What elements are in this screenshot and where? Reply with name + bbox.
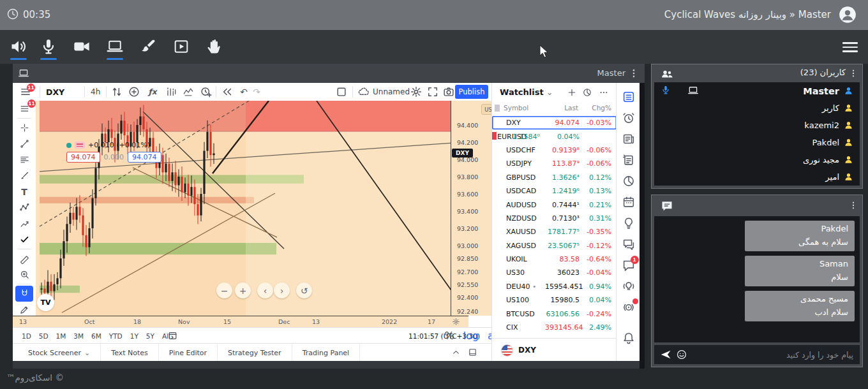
watchlist-row-USDCAD[interactable]: USDCAD1.2419⁶0.13% [492, 184, 617, 198]
tool-text[interactable]: T [15, 184, 33, 200]
tab-stock-screener[interactable]: Stock Screener ⌄ [18, 344, 101, 362]
range-3M[interactable]: 3M [70, 332, 87, 340]
user-row[interactable]: امیر [654, 168, 860, 186]
tool-brush[interactable] [15, 168, 33, 184]
tool-xabcd[interactable] [15, 200, 33, 216]
panel-bulb-icon[interactable] [622, 216, 636, 230]
interval-button[interactable]: 4h [91, 83, 100, 101]
tool-forecast[interactable] [15, 216, 33, 231]
panel-watchlist-icon[interactable] [622, 90, 636, 104]
chart-nav-scroll-left[interactable]: ‹ [257, 283, 273, 298]
user-row[interactable]: Master [654, 82, 860, 99]
chat-input[interactable] [687, 350, 860, 360]
col-symbol[interactable]: Symbol [504, 104, 528, 112]
media-player-icon[interactable] [172, 38, 190, 55]
tab-trading-panel[interactable]: Trading Panel [292, 344, 361, 362]
watchlist-title[interactable]: Watchlist⌄ [500, 87, 553, 97]
col-chg[interactable]: Chg% [592, 104, 611, 112]
plus-circle-icon[interactable] [128, 85, 140, 98]
raise-hand-icon[interactable] [205, 38, 223, 55]
panel-notes-icon[interactable] [622, 153, 636, 167]
col-last[interactable]: Last [564, 104, 578, 112]
axis-settings-gear-icon[interactable] [452, 318, 460, 326]
panel-alarm-icon[interactable] [622, 111, 636, 125]
panel-chat-icon[interactable]: 1 [622, 258, 636, 272]
watchlist-row-USDJPY[interactable]: USDJPY113.87⁹-0.06% [492, 157, 617, 170]
add-symbol-icon[interactable] [567, 87, 577, 98]
layout-icon[interactable] [335, 85, 348, 98]
watchlist-row-DXY[interactable]: DXY94.074-0.03% [492, 116, 617, 129]
chart-nav-reset[interactable]: ↺ [296, 283, 312, 298]
replay-icon[interactable] [221, 85, 234, 98]
speaker-icon[interactable] [10, 38, 27, 55]
bars-icon[interactable] [165, 85, 177, 98]
watchlist-row-USDCHF[interactable]: USDCHF0.9139⁸-0.06% [492, 143, 617, 157]
tab-strategy-tester[interactable]: Strategy Tester [218, 344, 292, 362]
draw-icon[interactable] [139, 38, 157, 55]
panel-calendar-icon[interactable] [622, 195, 636, 209]
range-1Y[interactable]: 1Y [126, 332, 142, 340]
settings-gear-icon[interactable] [410, 85, 423, 98]
collapse-panel-icon[interactable] [451, 348, 461, 357]
pie-summary-icon[interactable] [582, 87, 592, 98]
panel-layout-icon[interactable] [468, 348, 477, 357]
template-icon[interactable] [182, 85, 195, 98]
watchlist-row-DEU40[interactable]: DEU40 •15954.4510.94% [492, 280, 617, 293]
watchlist-row-UKOIL[interactable]: UKOIL83.58-0.64% [492, 253, 617, 266]
fullscreen-icon[interactable] [426, 85, 439, 98]
chart-pane[interactable]: +0.010 (+0.01%) 94.074 0.000 94.074 −+‹›… [36, 101, 451, 316]
avatar[interactable] [839, 6, 857, 24]
watchlist-row-AUDUSD[interactable]: AUDUSD0.7444¹0.21% [492, 198, 617, 211]
tool-fib[interactable] [15, 152, 33, 168]
tool-trendline[interactable] [15, 136, 33, 152]
window-header[interactable]: Master [13, 64, 645, 83]
scale-%[interactable]: % [444, 330, 454, 342]
chart-nav-zoom-out[interactable]: − [216, 283, 232, 298]
snapshot-icon[interactable] [442, 85, 455, 98]
watchlist-row-US100[interactable]: US10015980.50.04% [492, 293, 617, 307]
user-row[interactable]: کاربر [654, 99, 860, 117]
watchlist-row-US30[interactable]: US3036023-0.04% [492, 266, 617, 279]
watchlist-row-XAUUSD[interactable]: XAUUSD1781.77⁵-0.35% [492, 225, 617, 239]
panel-pie-icon[interactable] [622, 174, 636, 188]
range-YTD[interactable]: YTD [105, 332, 126, 340]
tab-text-notes[interactable]: Text Notes [101, 344, 159, 362]
panel-news-icon[interactable] [622, 132, 636, 146]
panel-live-icon[interactable] [622, 300, 636, 314]
tool-crosshair[interactable] [15, 120, 33, 136]
tool-check[interactable] [15, 231, 33, 247]
range-6M[interactable]: 6M [87, 332, 105, 340]
range-5Y[interactable]: 5Y [142, 332, 158, 340]
tool-magnet[interactable] [15, 286, 33, 302]
tab-pine-editor[interactable]: Pine Editor [159, 344, 218, 362]
range-1D[interactable]: 1D [18, 332, 35, 340]
alert-clock-icon[interactable] [200, 85, 213, 98]
user-row[interactable]: مجید نوری [654, 151, 860, 168]
user-row[interactable]: kazemi2 [654, 117, 860, 134]
watchlist-footer[interactable]: DXY [492, 338, 617, 362]
time-axis[interactable]: 13Oct18Nov15Dec13202217 [13, 316, 468, 328]
tool-menu[interactable]: 11 [15, 101, 33, 117]
watchlist-row-NZDUSD[interactable]: NZDUSD0.7130³0.31% [492, 212, 617, 225]
watchlist-row-XAGUSD[interactable]: XAGUSD23.5067⁵-0.12% [492, 239, 617, 253]
camera-icon[interactable] [73, 38, 91, 55]
chat-kebab-icon[interactable] [848, 199, 858, 212]
fx-icon[interactable]: ƒx [146, 85, 159, 98]
undo-icon[interactable]: ↶ [237, 85, 250, 98]
screen-share-icon[interactable] [106, 38, 124, 55]
symbol-button[interactable]: DXY [46, 83, 64, 101]
go-to-date-icon[interactable] [167, 330, 178, 341]
range-1M[interactable]: 1M [52, 332, 70, 340]
price-axis[interactable]: USD⌄ DXY 94.40094.20094.00093.80093.6009… [451, 101, 492, 316]
watchlist-more-icon[interactable] [599, 87, 609, 98]
tool-zoom-in[interactable] [15, 267, 33, 283]
watchlist-row-BTCUSD[interactable]: BTCUSD63106.56-0.24% [492, 307, 617, 320]
chart-nav-zoom-in[interactable]: + [235, 283, 251, 298]
menu-icon[interactable] [842, 40, 858, 54]
tv-menu-icon[interactable]: 11 [19, 83, 33, 101]
panel-bell-icon[interactable] [622, 331, 636, 345]
watchlist-row-CIX[interactable]: CIX393145.642.49% [492, 321, 617, 334]
watchlist-row-EURUSD[interactable]: EURUSD1.1584⁰0.04% [492, 129, 617, 143]
tool-ruler[interactable] [15, 251, 33, 267]
panel-broadcast-icon[interactable] [622, 279, 636, 293]
